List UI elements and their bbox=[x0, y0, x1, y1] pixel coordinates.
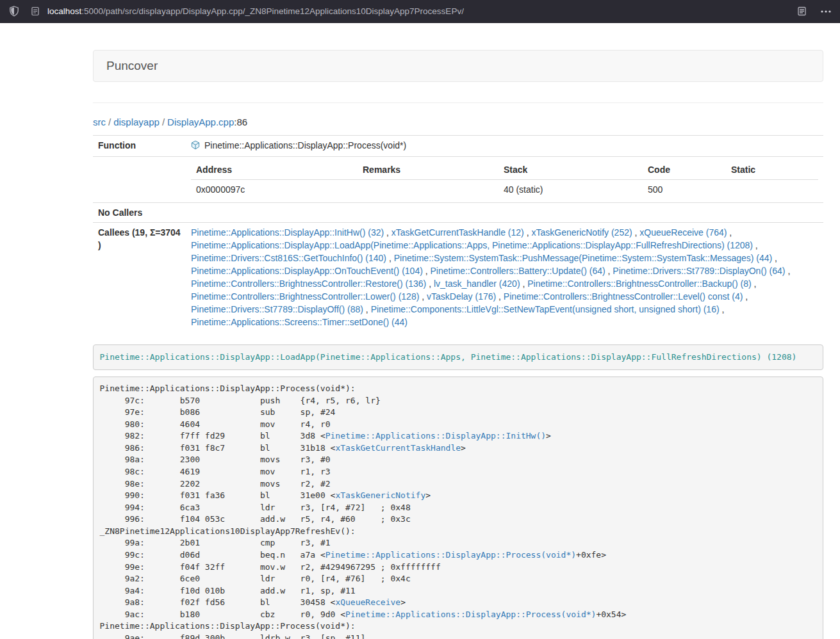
callees-label: Callees (19, Σ=3704 ) bbox=[93, 223, 186, 332]
stats-header-row: AddressRemarksStackCodeStatic bbox=[191, 160, 818, 180]
function-name-cell: Pinetime::Applications::DisplayApp::Proc… bbox=[186, 136, 823, 157]
callee-link[interactable]: xQueueReceive (764) bbox=[639, 227, 727, 238]
url-host: localhost bbox=[47, 6, 81, 16]
more-menu-icon[interactable] bbox=[821, 10, 831, 13]
stats-column-header: Static bbox=[726, 160, 818, 180]
asm-symbol-link[interactable]: xTaskGetCurrentTaskHandle bbox=[335, 443, 461, 453]
empty-header-cell bbox=[93, 157, 186, 203]
navbar: Puncover bbox=[93, 50, 823, 82]
stats-column-header: Stack bbox=[498, 160, 643, 180]
app-brand[interactable]: Puncover bbox=[94, 59, 170, 73]
callees-row: Callees (19, Σ=3704 ) Pinetime::Applicat… bbox=[93, 223, 823, 332]
breadcrumb-separator: / bbox=[160, 117, 167, 127]
stats-value: 500 bbox=[643, 180, 726, 200]
callee-link[interactable]: Pinetime::Applications::Screens::Timer::… bbox=[191, 317, 408, 327]
stats-value: 0x0000097c bbox=[191, 180, 358, 200]
callee-link[interactable]: Pinetime::Controllers::BrightnessControl… bbox=[191, 279, 426, 289]
callee-link[interactable]: Pinetime::System::SystemTask::PushMessag… bbox=[394, 253, 773, 263]
callee-link[interactable]: Pinetime::Controllers::BrightnessControl… bbox=[504, 291, 743, 302]
stats-value-row: 0x0000097c40 (static)500 bbox=[191, 180, 818, 200]
asm-symbol-link[interactable]: xTaskGenericNotify bbox=[335, 490, 425, 500]
callee-link[interactable]: Pinetime::Drivers::St7789::DisplayOn() (… bbox=[613, 266, 785, 276]
callee-link[interactable]: Pinetime::Drivers::St7789::DisplayOff() … bbox=[191, 304, 363, 314]
highlighted-symbol-block: Pinetime::Applications::DisplayApp::Load… bbox=[93, 344, 823, 370]
no-callers-cell bbox=[186, 203, 823, 223]
asm-symbol-link[interactable]: Pinetime::Applications::DisplayApp::Init… bbox=[325, 431, 546, 441]
no-callers-label: No Callers bbox=[93, 203, 186, 223]
callee-link[interactable]: lv_task_handler (420) bbox=[434, 279, 520, 289]
breadcrumb-line-number: :86 bbox=[234, 117, 247, 127]
callee-link[interactable]: Pinetime::Components::LittleVgl::SetNewT… bbox=[371, 304, 720, 314]
url-text[interactable]: localhost:5000/path/src/displayapp/Displ… bbox=[47, 6, 464, 16]
breadcrumb-link[interactable]: src bbox=[93, 117, 106, 127]
reader-mode-icon[interactable] bbox=[797, 6, 807, 16]
stats-column-header: Remarks bbox=[358, 160, 498, 180]
stats-table: AddressRemarksStackCodeStatic 0x0000097c… bbox=[191, 160, 818, 199]
stats-column-header: Code bbox=[643, 160, 726, 180]
stats-row-wrapper: AddressRemarksStackCodeStatic 0x0000097c… bbox=[93, 157, 823, 203]
asm-symbol-link[interactable]: Pinetime::Applications::DisplayApp::Proc… bbox=[325, 550, 576, 560]
callee-link[interactable]: Pinetime::Controllers::Battery::Update()… bbox=[431, 266, 605, 276]
function-info-table: Function Pinetime::Applications::Display… bbox=[93, 135, 823, 332]
callee-link[interactable]: Pinetime::Drivers::Cst816S::GetTouchInfo… bbox=[191, 253, 386, 263]
stats-value bbox=[726, 180, 818, 200]
callee-link[interactable]: xTaskGenericNotify (252) bbox=[531, 227, 632, 238]
callee-link[interactable]: Pinetime::Applications::DisplayApp::OnTo… bbox=[191, 266, 423, 276]
callee-link[interactable]: vTaskDelay (176) bbox=[427, 291, 496, 302]
function-label: Function bbox=[93, 136, 186, 157]
stats-value: 40 (static) bbox=[498, 180, 643, 200]
callee-link[interactable]: xTaskGetCurrentTaskHandle (12) bbox=[391, 227, 524, 238]
callees-list: Pinetime::Applications::DisplayApp::Init… bbox=[186, 223, 823, 332]
callee-link[interactable]: Pinetime::Applications::DisplayApp::Init… bbox=[191, 227, 384, 238]
stats-cell: AddressRemarksStackCodeStatic 0x0000097c… bbox=[186, 157, 823, 203]
callee-link[interactable]: Pinetime::Applications::DisplayApp::Load… bbox=[191, 240, 753, 250]
page-icon[interactable] bbox=[31, 6, 40, 16]
breadcrumb-link[interactable]: displayapp bbox=[113, 117, 160, 127]
callee-link[interactable]: Pinetime::Controllers::BrightnessControl… bbox=[191, 291, 419, 302]
callee-link[interactable]: Pinetime::Controllers::BrightnessControl… bbox=[527, 279, 751, 289]
shield-icon[interactable] bbox=[9, 6, 19, 17]
stats-value bbox=[358, 180, 498, 200]
package-cube-icon bbox=[191, 140, 200, 153]
stats-column-header: Address bbox=[191, 160, 358, 180]
page-container: Puncover src/displayapp/DisplayApp.cpp:8… bbox=[93, 50, 823, 639]
function-row: Function Pinetime::Applications::Display… bbox=[93, 136, 823, 157]
breadcrumb: src/displayapp/DisplayApp.cpp:86 bbox=[93, 103, 823, 127]
asm-symbol-link[interactable]: xQueueReceive bbox=[335, 597, 400, 607]
breadcrumb-link[interactable]: DisplayApp.cpp bbox=[167, 117, 234, 127]
asm-symbol-link[interactable]: Pinetime::Applications::DisplayApp::Proc… bbox=[345, 610, 596, 619]
url-path: :5000/path/src/displayapp/DisplayApp.cpp… bbox=[81, 6, 464, 16]
browser-url-bar: localhost:5000/path/src/displayapp/Displ… bbox=[0, 0, 840, 23]
breadcrumb-separator: / bbox=[106, 117, 113, 127]
disassembly-block: Pinetime::Applications::DisplayApp::Proc… bbox=[93, 376, 823, 639]
no-callers-row: No Callers bbox=[93, 203, 823, 223]
function-name: Pinetime::Applications::DisplayApp::Proc… bbox=[204, 140, 406, 150]
